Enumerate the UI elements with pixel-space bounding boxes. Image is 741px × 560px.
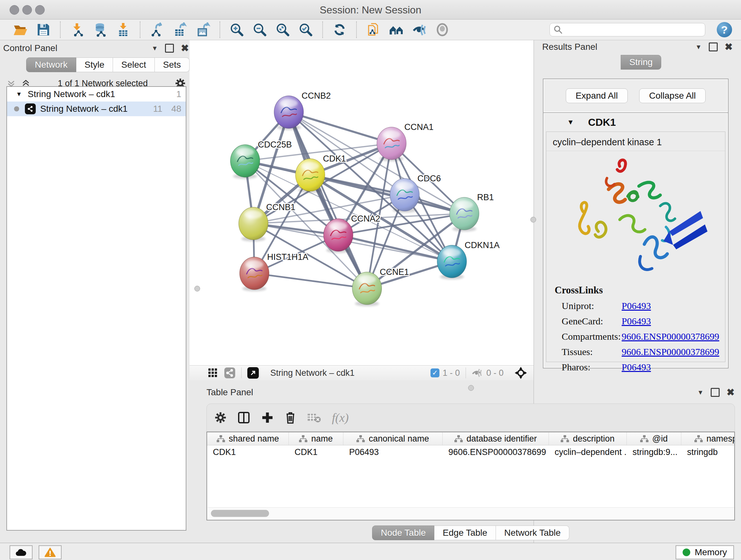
network-node-RB1[interactable]: RB1 — [450, 192, 494, 232]
table-settings-gear-icon[interactable] — [214, 412, 226, 424]
tab-network-table[interactable]: Network Table — [496, 525, 569, 540]
scrollbar-thumb[interactable] — [211, 510, 269, 517]
search-field[interactable] — [549, 23, 705, 37]
collection-expander-icon[interactable]: ▼ — [16, 91, 22, 98]
column-header[interactable]: name — [289, 432, 343, 445]
collection-count: 1 — [176, 89, 181, 99]
warnings-button[interactable] — [39, 545, 62, 559]
tab-network[interactable]: Network — [26, 57, 76, 72]
column-header[interactable]: description — [549, 432, 627, 445]
column-header-label: shared name — [229, 434, 279, 444]
hide-selected-button[interactable] — [411, 22, 427, 38]
function-builder-button[interactable]: f(x) — [332, 411, 349, 425]
protein-card-header[interactable]: ▼ CDK1 — [543, 113, 728, 132]
network-app-badge-icon[interactable] — [224, 367, 235, 379]
first-neighbors-button[interactable] — [388, 22, 404, 38]
column-header[interactable]: namespace — [681, 432, 735, 445]
help-button[interactable]: ? — [717, 22, 732, 37]
close-panel-icon[interactable]: ✖ — [725, 44, 733, 51]
column-header[interactable]: shared name — [207, 432, 289, 445]
table-cell[interactable]: CDK1 — [289, 445, 343, 459]
export-network-button[interactable] — [149, 22, 165, 38]
import-network-button[interactable] — [69, 22, 85, 38]
import-database-button[interactable] — [92, 22, 108, 38]
table-cell[interactable]: 9606.ENSP00000378699 — [443, 445, 549, 459]
collapse-card-icon[interactable]: ▼ — [567, 118, 574, 126]
refresh-layout-button[interactable] — [332, 22, 347, 38]
panel-menu-icon[interactable]: ▼ — [695, 44, 702, 51]
column-type-icon — [640, 435, 649, 442]
show-all-button[interactable] — [434, 22, 450, 38]
zoom-out-button[interactable] — [252, 22, 268, 38]
tab-node-table[interactable]: Node Table — [372, 525, 434, 540]
network-from-selection-button[interactable] — [365, 22, 381, 38]
network-canvas[interactable]: CCNB2CCNA1CDC25BCDK1CDC6RB1CCNB1CCNA2CDK… — [190, 40, 534, 365]
table-cell[interactable]: stringdb:9... — [627, 445, 681, 459]
column-header[interactable]: canonical name — [343, 432, 443, 445]
import-table-button[interactable] — [115, 22, 131, 38]
network-edge-CCNA2-CDKN1A[interactable] — [338, 235, 452, 261]
document-network-icon — [366, 22, 381, 37]
memory-button[interactable]: Memory — [676, 545, 734, 559]
close-panel-icon[interactable]: ✖ — [727, 389, 735, 396]
cloud-status-button[interactable] — [10, 545, 32, 559]
delete-table-icon[interactable] — [307, 412, 321, 423]
crosslink-genecard-link[interactable]: P06493 — [622, 316, 651, 327]
crosslink-pharos-link[interactable]: P06493 — [622, 362, 651, 373]
table-cell[interactable]: P06493 — [343, 445, 443, 459]
search-input[interactable] — [566, 24, 701, 35]
birds-eye-view-icon[interactable] — [208, 368, 218, 378]
crosslink-uniprot-link[interactable]: P06493 — [622, 300, 651, 311]
table-cell[interactable]: CDK1 — [207, 445, 289, 459]
float-panel-icon[interactable] — [165, 44, 174, 53]
column-header[interactable]: @id — [627, 432, 681, 445]
zoom-fit-button[interactable] — [275, 22, 291, 38]
network-edge-CCNB2-CCNE1[interactable] — [289, 112, 367, 288]
column-header[interactable]: database identifier — [443, 432, 549, 445]
table-row[interactable]: CDK1CDK1P064939606.ENSP00000378699cyclin… — [207, 445, 734, 459]
left-splitter-handle[interactable] — [194, 286, 200, 292]
collapse-all-button[interactable]: Collapse All — [639, 88, 705, 103]
float-panel-icon[interactable] — [709, 43, 718, 51]
hidden-eye-icon[interactable] — [472, 368, 482, 378]
zoom-in-button[interactable] — [229, 22, 245, 38]
show-columns-icon[interactable] — [238, 411, 250, 424]
tab-style[interactable]: Style — [76, 57, 113, 72]
open-session-button[interactable] — [12, 22, 28, 38]
save-session-button[interactable] — [36, 22, 51, 38]
crosslink-compartments-link[interactable]: 9606.ENSP00000378699 — [622, 331, 719, 342]
crosslink-label: Uniprot: — [555, 300, 622, 311]
network-node-CDKN1A[interactable]: CDKN1A — [437, 240, 500, 279]
selected-checkbox-icon[interactable]: ✓ — [430, 368, 440, 377]
add-column-icon[interactable] — [261, 411, 274, 424]
expand-all-button[interactable]: Expand All — [566, 88, 628, 103]
zoom-selected-button[interactable] — [298, 22, 314, 38]
close-panel-icon[interactable]: ✖ — [181, 45, 189, 52]
network-node-HIST1H1A[interactable]: HIST1H1A — [240, 252, 308, 291]
reposition-icon[interactable] — [515, 367, 527, 379]
open-in-window-icon[interactable] — [247, 367, 259, 379]
table-cell[interactable]: cyclin–dependent ... — [549, 445, 627, 459]
tab-select[interactable]: Select — [113, 57, 155, 72]
table-cell[interactable]: stringdb — [681, 445, 735, 459]
tab-sets[interactable]: Sets — [155, 57, 190, 72]
panel-menu-icon[interactable]: ▼ — [697, 389, 704, 396]
network-collection-row[interactable]: ▼ String Network – cdk1 1 — [7, 87, 186, 102]
crosslink-tissues-link[interactable]: 9606.ENSP00000378699 — [622, 347, 719, 357]
right-splitter-handle[interactable] — [530, 217, 536, 223]
horizontal-splitter-handle[interactable] — [468, 385, 474, 391]
tab-edge-table[interactable]: Edge Table — [434, 525, 496, 540]
warning-icon — [45, 548, 56, 557]
delete-column-icon[interactable] — [285, 411, 296, 424]
network-edge-HIST1H1A-CCNE1[interactable] — [254, 273, 367, 288]
float-panel-icon[interactable] — [711, 388, 720, 397]
network-edge-CCNB2-CCNA1[interactable] — [289, 112, 392, 143]
panel-menu-icon[interactable]: ▼ — [151, 45, 158, 52]
horizontal-scrollbar[interactable] — [208, 507, 735, 519]
control-panel: Control Panel ▼ ✖ Network Style Select S… — [3, 42, 189, 531]
network-row-selected[interactable]: String Network – cdk1 11 48 — [7, 102, 186, 116]
node-label-RB1: RB1 — [477, 192, 494, 202]
export-table-button[interactable] — [172, 22, 188, 38]
export-image-button[interactable] — [195, 22, 211, 38]
tab-string[interactable]: String — [621, 55, 661, 70]
